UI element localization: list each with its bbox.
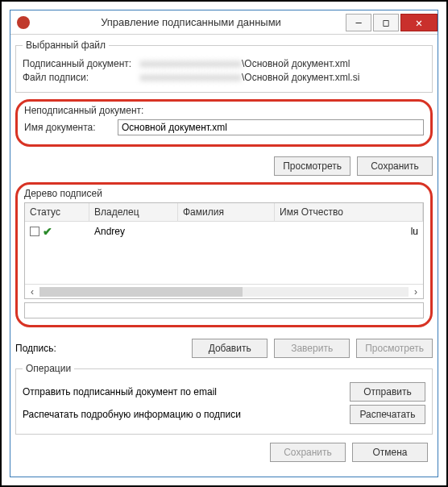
col-status[interactable]: Статус	[25, 203, 89, 221]
add-button[interactable]: Добавить	[192, 339, 268, 358]
docname-label: Имя документа:	[24, 122, 113, 133]
valid-check-icon: ✔	[43, 225, 52, 238]
selected-file-legend: Выбранный файл	[23, 40, 109, 51]
selected-file-group: Выбранный файл Подписанный документ: xxx…	[15, 40, 433, 93]
scroll-left-icon[interactable]: ‹	[25, 286, 39, 298]
signed-doc-value: xxxxxxxxxxxxxxxxxx\Основной документ.xml	[140, 58, 425, 69]
titlebar: Управление подписанными данными — □ ✕	[10, 10, 438, 35]
view-sig-button: Просмотреть	[356, 339, 433, 358]
tree-header: Статус Владелец Фамилия Имя Отчество	[25, 203, 423, 222]
send-email-button[interactable]: Отправить	[350, 382, 425, 402]
certify-button: Заверить	[274, 339, 350, 358]
print-button[interactable]: Распечатать	[350, 405, 425, 424]
sigfile-label: Файл подписи:	[23, 72, 135, 83]
signature-label: Подпись:	[15, 343, 88, 354]
signature-tree: Статус Владелец Фамилия Имя Отчество ✔ A…	[24, 202, 424, 299]
horizontal-scrollbar[interactable]: ‹ ›	[25, 284, 423, 298]
row-checkbox[interactable]	[30, 227, 39, 236]
col-lastname[interactable]: Фамилия	[178, 203, 275, 221]
footer-cancel-button[interactable]: Отмена	[352, 443, 428, 462]
sigfile-value: xxxxxxxxxxxxxxxxxx\Основной документ.xml…	[140, 72, 425, 83]
operations-legend: Операции	[23, 363, 74, 374]
window-title: Управление подписанными данными	[36, 16, 346, 28]
operations-group: Операции Отправить подписанный документ …	[15, 363, 433, 435]
email-op-label: Отправить подписанный документ по email	[23, 386, 217, 398]
unsigned-doc-title: Неподписанный документ:	[24, 105, 424, 116]
row-name-trail: lu	[280, 226, 418, 237]
scroll-right-icon[interactable]: ›	[409, 286, 423, 298]
row-owner: Andrey	[94, 226, 183, 237]
save-doc-button[interactable]: Сохранить	[357, 156, 433, 176]
dialog-window: Управление подписанными данными — □ ✕ Вы…	[10, 10, 438, 477]
unsigned-doc-group: Неподписанный документ: Имя документа:	[15, 99, 433, 147]
col-owner[interactable]: Владелец	[89, 203, 178, 221]
signed-doc-label: Подписанный документ:	[23, 58, 135, 69]
print-op-label: Распечатать подробную информацию о подпи…	[23, 409, 241, 420]
tree-title: Дерево подписей	[24, 188, 424, 199]
tree-row[interactable]: ✔ Andrey lu	[25, 222, 423, 241]
maximize-button[interactable]: □	[373, 14, 399, 31]
scroll-thumb[interactable]	[39, 287, 243, 297]
minimize-button[interactable]: —	[346, 14, 371, 31]
docname-input[interactable]	[118, 119, 424, 135]
signature-tree-group: Дерево подписей Статус Владелец Фамилия …	[15, 182, 433, 327]
close-button[interactable]: ✕	[400, 14, 438, 31]
view-button[interactable]: Просмотреть	[274, 156, 351, 176]
app-icon	[17, 16, 30, 29]
footer-save-button: Сохранить	[270, 443, 346, 462]
selection-field[interactable]	[24, 302, 424, 318]
col-firstname[interactable]: Имя Отчество	[275, 203, 423, 221]
